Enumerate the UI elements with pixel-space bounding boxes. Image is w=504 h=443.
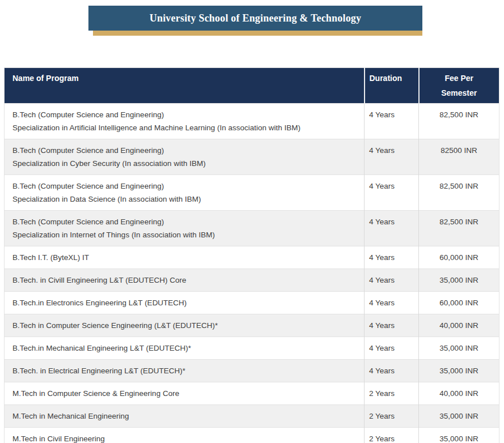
duration-cell: 4 Years <box>365 139 419 175</box>
program-name-cell: B.Tech in Computer Science Engineering (… <box>5 314 365 337</box>
fee-table-body: B.Tech (Computer Science and Engineering… <box>5 104 499 443</box>
fee-cell: 40,000 INR <box>419 314 499 337</box>
program-name-cell: B.Tech (Computer Science and Engineering… <box>5 139 365 175</box>
program-name-line: B.Tech (Computer Science and Engineering… <box>12 180 359 193</box>
program-name-line: Specialization in Data Science (In assoc… <box>12 193 359 206</box>
program-name-cell: B.Tech (Computer Science and Engineering… <box>5 211 365 246</box>
table-row: B.Tech. in Civill Engineering L&T (EDUTE… <box>5 269 499 292</box>
fee-cell: 82,500 INR <box>419 211 499 246</box>
table-row: B.Tech (Computer Science and Engineering… <box>5 175 499 211</box>
program-name-line: Specialization in Artificial Intelligenc… <box>12 121 359 134</box>
table-row: B.Tech in Computer Science Engineering (… <box>5 314 499 337</box>
duration-cell: 4 Years <box>365 246 419 269</box>
fee-table-header: Name of Program Duration Fee Per Semeste… <box>5 68 499 104</box>
duration-cell: 4 Years <box>365 292 419 314</box>
page: University School of Engineering & Techn… <box>0 0 504 443</box>
program-name-line: B.Tech in Computer Science Engineering (… <box>12 319 359 332</box>
program-name-cell: B.Tech.in Electronics Engineering L&T (E… <box>5 292 365 314</box>
table-row: B.Tech (Computer Science and Engineering… <box>5 211 499 246</box>
header-row: Name of Program Duration Fee Per Semeste… <box>5 68 499 104</box>
program-name-line: B.Tech.in Mechanical Engineering L&T (ED… <box>12 342 359 355</box>
program-name-line: Specialization in Internet of Things (In… <box>12 228 359 241</box>
fee-cell: 82500 INR <box>419 139 499 175</box>
program-name-line: Specialization in Cyber Security (In ass… <box>12 157 359 170</box>
duration-cell: 2 Years <box>365 405 419 428</box>
program-name-line: B.Tech (Computer Science and Engineering… <box>12 108 359 121</box>
program-name-line: M.Tech in Civil Engineering <box>12 432 359 443</box>
fee-structure-table: Name of Program Duration Fee Per Semeste… <box>4 67 499 443</box>
table-row: B.Tech.in Electronics Engineering L&T (E… <box>5 292 499 314</box>
program-name-cell: M.Tech in Civil Engineering <box>5 428 365 443</box>
duration-cell: 4 Years <box>365 360 419 382</box>
duration-cell: 4 Years <box>365 269 419 292</box>
school-title-banner: University School of Engineering & Techn… <box>88 6 422 31</box>
column-header-duration-label: Duration <box>370 71 414 86</box>
table-row: B.Tech.in Mechanical Engineering L&T (ED… <box>5 337 499 360</box>
program-name-cell: B.Tech (Computer Science and Engineering… <box>5 175 365 211</box>
program-name-cell: B.Tech.in Mechanical Engineering L&T (ED… <box>5 337 365 360</box>
duration-cell: 4 Years <box>365 314 419 337</box>
fee-cell: 60,000 INR <box>419 246 499 269</box>
program-name-cell: B.Tech I.T. (ByteXL) IT <box>5 246 365 269</box>
gold-accent-bar <box>93 31 422 36</box>
column-header-program: Name of Program <box>5 68 365 104</box>
program-name-line: B.Tech.in Electronics Engineering L&T (E… <box>12 296 359 309</box>
column-header-duration: Duration <box>365 68 419 104</box>
school-title: University School of Engineering & Techn… <box>150 12 362 24</box>
column-header-fee: Fee Per Semester <box>419 68 499 104</box>
fee-cell: 60,000 INR <box>419 292 499 314</box>
program-name-cell: B.Tech (Computer Science and Engineering… <box>5 104 365 139</box>
fee-cell: 40,000 INR <box>419 382 499 405</box>
fee-cell: 82,500 INR <box>419 104 499 139</box>
column-header-program-label: Name of Program <box>12 71 359 86</box>
table-row: B.Tech (Computer Science and Engineering… <box>5 104 499 139</box>
program-name-line: B.Tech. in Civill Engineering L&T (EDUTE… <box>12 274 359 287</box>
program-name-line: M.Tech in Computer Science & Engineering… <box>12 387 359 400</box>
program-name-cell: B.Tech. in Electrical Engineering L&T (E… <box>5 360 365 382</box>
program-name-line: B.Tech I.T. (ByteXL) IT <box>12 251 359 264</box>
table-row: M.Tech in Mechanical Engineering2 Years3… <box>5 405 499 428</box>
table-row: M.Tech in Computer Science & Engineering… <box>5 382 499 405</box>
program-name-line: B.Tech (Computer Science and Engineering… <box>12 144 359 157</box>
program-name-line: B.Tech. in Electrical Engineering L&T (E… <box>12 364 359 377</box>
duration-cell: 4 Years <box>365 175 419 211</box>
program-name-cell: M.Tech in Computer Science & Engineering… <box>5 382 365 405</box>
fee-cell: 35,000 INR <box>419 360 499 382</box>
table-row: B.Tech I.T. (ByteXL) IT4 Years60,000 INR <box>5 246 499 269</box>
duration-cell: 4 Years <box>365 104 419 139</box>
duration-cell: 2 Years <box>365 428 419 443</box>
fee-cell: 82,500 INR <box>419 175 499 211</box>
duration-cell: 4 Years <box>365 337 419 360</box>
duration-cell: 4 Years <box>365 211 419 246</box>
program-name-cell: B.Tech. in Civill Engineering L&T (EDUTE… <box>5 269 365 292</box>
table-row: B.Tech (Computer Science and Engineering… <box>5 139 499 175</box>
duration-cell: 2 Years <box>365 382 419 405</box>
fee-cell: 35,000 INR <box>419 269 499 292</box>
table-row: B.Tech. in Electrical Engineering L&T (E… <box>5 360 499 382</box>
fee-cell: 35,000 INR <box>419 337 499 360</box>
program-name-cell: M.Tech in Mechanical Engineering <box>5 405 365 428</box>
program-name-line: M.Tech in Mechanical Engineering <box>12 410 359 423</box>
program-name-line: B.Tech (Computer Science and Engineering… <box>12 215 359 228</box>
column-header-fee-label: Fee Per Semester <box>437 71 482 100</box>
fee-cell: 35,000 INR <box>419 428 499 443</box>
table-row: M.Tech in Civil Engineering2 Years35,000… <box>5 428 499 443</box>
fee-cell: 35,000 INR <box>419 405 499 428</box>
